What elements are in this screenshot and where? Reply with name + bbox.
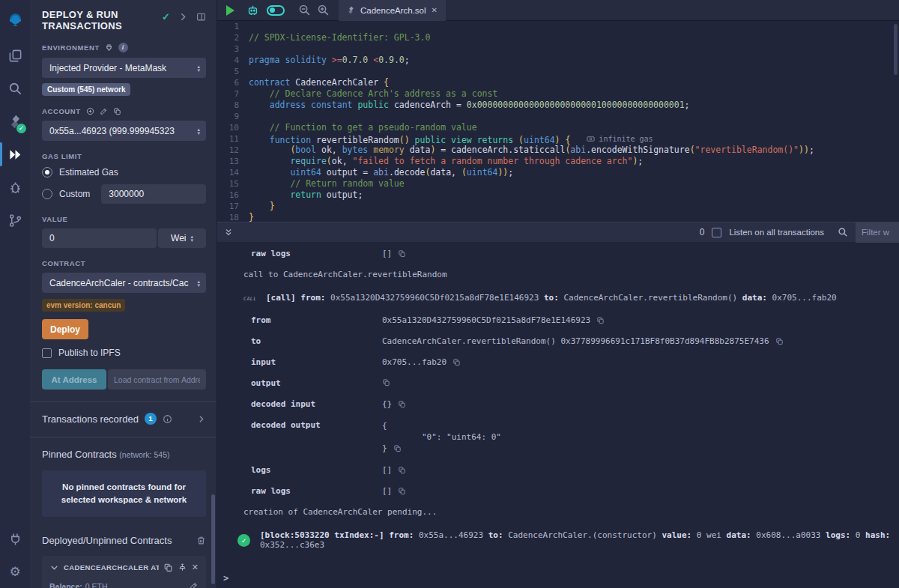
copy-icon[interactable] [382, 378, 390, 387]
deployed-contract-title[interactable]: CADENCEARCHCALER AT 0) [64, 563, 159, 572]
publish-ipfs-option[interactable]: Publish to IPFS [42, 348, 206, 358]
settings-icon[interactable]: ⚙ [0, 555, 30, 588]
at-address-input[interactable] [108, 369, 206, 390]
pinned-empty-message: No pinned contracts found for selected w… [42, 470, 206, 517]
radio-selected-icon[interactable] [42, 167, 52, 178]
listen-label: Listen on all transactions [729, 228, 824, 237]
log-label: hash: [865, 530, 890, 540]
pin-icon[interactable] [178, 563, 187, 572]
editor-scrollbar[interactable] [894, 24, 898, 75]
code-line[interactable]: 13 require(ok, "failed to fetch a random… [217, 156, 899, 167]
terminal-result-line[interactable]: ✓[block:5033220 txIndex:-] from: 0x55a..… [217, 530, 899, 550]
code-line[interactable]: 5 [217, 66, 899, 77]
debugger-icon[interactable] [0, 171, 30, 204]
file-explorer-icon[interactable] [0, 39, 30, 72]
value-unit-select[interactable]: Wei ▴▾ [158, 228, 206, 248]
solidity-compiler-icon[interactable]: ✓ [0, 105, 30, 138]
copy-icon[interactable] [398, 249, 406, 258]
code-line[interactable]: 2// SPDX-License-Identifier: GPL-3.0 [217, 32, 899, 43]
gas-custom-input[interactable] [101, 184, 206, 204]
chevron-down-icon[interactable] [49, 563, 59, 572]
tab-cadencearch-sol[interactable]: CadenceArch.sol ✕ [339, 0, 446, 21]
line-number: 12 [217, 145, 249, 156]
close-icon[interactable]: ✕ [192, 563, 199, 572]
expand-panel-icon[interactable] [178, 12, 188, 22]
trash-icon[interactable] [196, 536, 206, 545]
terminal-output[interactable]: raw logs[]call to CadenceArchCaler.rever… [217, 242, 899, 588]
line-number: 11 [217, 133, 249, 145]
code-editor[interactable]: 12// SPDX-License-Identifier: GPL-3.034p… [217, 21, 899, 222]
code-line[interactable]: 8 address constant public cadenceArch = … [217, 100, 899, 111]
code-line[interactable]: 7 // Declare Cadence Arch's address as a… [217, 88, 899, 100]
ai-copilot-toggle[interactable] [267, 5, 285, 16]
remix-logo[interactable] [0, 0, 30, 39]
code-line[interactable]: 16 return output; [217, 190, 899, 201]
code-line[interactable]: 3 [217, 43, 899, 55]
tx-info-icon[interactable] [163, 414, 172, 424]
pin-panel-icon[interactable] [196, 12, 206, 22]
terminal-call-line[interactable]: call[call] from: 0x55a1320D432759960C5Df… [217, 293, 899, 303]
code-line[interactable]: 4pragma solidity >=0.7.0 <0.9.0; [217, 55, 899, 66]
publish-checkbox[interactable] [42, 348, 52, 358]
code-line[interactable]: 18} [217, 212, 899, 222]
code-line[interactable]: 9 [217, 111, 899, 122]
code-line[interactable]: 14 uint64 output = abi.decode(data, (uin… [217, 167, 899, 178]
terminal-text-line: creation of CadenceArchCaler pending... [217, 507, 899, 517]
code-line[interactable]: 17 } [217, 201, 899, 212]
collapse-terminal-icon[interactable] [224, 228, 233, 237]
sign-message-icon[interactable] [100, 107, 108, 115]
radio-icon[interactable] [42, 189, 52, 199]
account-select[interactable]: 0x55a...46923 (999.999945323 ▴▾ [42, 121, 206, 141]
contract-select[interactable]: CadenceArchCaler - contracts/Cac ▴▾ [42, 273, 206, 293]
code-line[interactable]: 10 // Function to get a pseudo-random va… [217, 122, 899, 133]
add-account-icon[interactable] [86, 107, 94, 115]
ai-assistant-icon[interactable] [246, 4, 259, 16]
code-line[interactable]: 12 (bool ok, bytes memory data) = cadenc… [217, 145, 899, 156]
code-line[interactable]: 11 function revertibleRandom() public vi… [217, 133, 899, 145]
deploy-button[interactable]: Deploy [42, 319, 88, 339]
copy-icon[interactable] [452, 358, 461, 366]
copy-icon[interactable] [398, 400, 406, 408]
stepper-icon: ▴▾ [190, 234, 193, 242]
copy-icon[interactable] [398, 466, 406, 474]
search-icon[interactable] [0, 72, 30, 105]
plugin-manager-icon[interactable] [0, 522, 30, 555]
call-line-text: [call] from: 0x55a1320D432759960C5Df0215… [266, 293, 837, 303]
plug-icon[interactable] [105, 43, 113, 52]
copy-icon[interactable] [775, 337, 784, 345]
panel-scrollbar[interactable] [211, 494, 215, 584]
terminal-prompt[interactable]: > [223, 573, 228, 584]
environment-select[interactable]: Injected Provider - MetaMask ▴▾ [42, 58, 206, 78]
gas-estimated-option[interactable]: Estimated Gas [42, 167, 206, 178]
copy-icon[interactable] [393, 444, 402, 452]
line-number: 6 [217, 77, 249, 88]
log-value: 0x705...fab20 [382, 357, 461, 367]
copy-icon[interactable] [398, 487, 406, 495]
chevron-right-icon[interactable] [196, 414, 206, 424]
transactions-recorded-row[interactable]: Transactions recorded 1 [42, 413, 206, 425]
at-address-button[interactable]: At Address [42, 369, 106, 390]
code-line[interactable]: 6contract CadenceArchCaler { [217, 77, 899, 88]
network-badge: Custom (545) network [42, 83, 130, 96]
code-line[interactable]: 15 // Return random value [217, 178, 899, 190]
zoom-in-icon[interactable] [317, 4, 330, 16]
log-label: to: [488, 530, 509, 540]
value-input[interactable] [42, 228, 157, 248]
deploy-run-icon[interactable] [0, 138, 30, 171]
zoom-out-icon[interactable] [298, 4, 311, 16]
close-tab-icon[interactable]: ✕ [432, 6, 438, 14]
code-line[interactable]: 1 [217, 21, 899, 32]
log-value: 0 [856, 530, 865, 540]
edit-balance-icon[interactable] [189, 581, 199, 588]
terminal-search-icon[interactable] [838, 227, 848, 237]
run-script-icon[interactable] [226, 5, 234, 16]
copy-icon[interactable] [163, 563, 173, 572]
git-icon[interactable] [0, 204, 30, 237]
copy-account-icon[interactable] [113, 107, 121, 115]
copy-icon[interactable] [596, 316, 605, 324]
gas-custom-option[interactable]: Custom [42, 184, 206, 204]
terminal-filter-input[interactable] [856, 222, 899, 243]
environment-info-icon[interactable]: i [118, 43, 128, 52]
log-label: to: [544, 293, 564, 303]
listen-checkbox[interactable] [712, 228, 721, 237]
